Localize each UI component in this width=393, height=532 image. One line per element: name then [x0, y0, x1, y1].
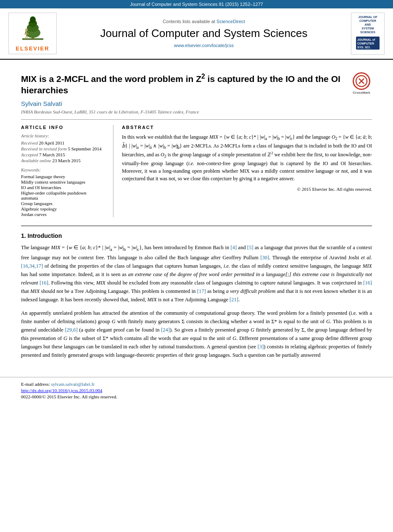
keyword-3: IO and OI hierarchies	[21, 185, 107, 190]
history-label: Article history:	[21, 133, 107, 138]
intro-paragraph-2: An apparently unrelated problem has attr…	[21, 309, 372, 359]
title-z2: Z2	[196, 74, 205, 84]
journal-main-title: Journal of Computer and System Sciences	[63, 27, 345, 40]
article-info: ARTICLE INFO Article history: Received 2…	[21, 125, 113, 217]
abstract-paragraph: In this work we establish that the langu…	[122, 133, 372, 182]
abstract: ABSTRACT In this work we establish that …	[122, 125, 372, 217]
elsevier-tree-icon	[14, 15, 52, 42]
keywords-label: Keywords:	[21, 167, 107, 172]
crossmark: CrossMark	[351, 72, 372, 95]
footer-copyright: 0022-0000/© 2015 Elsevier Inc. All right…	[21, 394, 372, 399]
email-link[interactable]: sylvain.salvati@labri.fr	[51, 382, 95, 387]
svg-text:JOURNAL of: JOURNAL of	[357, 38, 375, 41]
ref-16c[interactable]: [16]	[363, 280, 372, 286]
intro-paragraph-1: The language MIX = {w ∈ {a; b; c}* | |w|…	[21, 243, 372, 303]
intro-heading: 1. Introduction	[21, 232, 372, 239]
journal-title-block: Contents lists available at ScienceDirec…	[57, 18, 351, 49]
keyword-2: Mildly context sensitive languages	[21, 179, 107, 184]
crossmark-label: CrossMark	[351, 91, 372, 95]
history-received: Received 20 April 2011	[21, 140, 107, 145]
contents-line: Contents lists available at ScienceDirec…	[63, 18, 345, 25]
footer-email: E-mail address: sylvain.salvati@labri.fr	[21, 382, 372, 387]
ref-21[interactable]: [21]	[229, 297, 238, 303]
history-online: Available online 23 March 2015	[21, 158, 107, 163]
ref-16-34-17[interactable]: [16,34,17]	[21, 263, 43, 269]
elsevier-name: ELSEVIER	[11, 45, 54, 52]
abstract-heading: ABSTRACT	[122, 125, 372, 130]
copyright-line: © 2015 Elsevier Inc. All rights reserved…	[122, 186, 372, 193]
top-banner: Journal of Computer and System Sciences …	[0, 0, 393, 8]
journal-header: ELSEVIER Contents lists available at Sci…	[0, 8, 393, 60]
keyword-5: Group languages	[21, 201, 107, 206]
elsevier-logo: ELSEVIER	[8, 13, 57, 54]
svg-text:SYS. SCI.: SYS. SCI.	[357, 46, 371, 49]
article-title: MIX is a 2-MCFL and the word problem in …	[21, 72, 372, 96]
author-name: Sylvain Salvati	[21, 100, 372, 107]
history-accepted: Accepted 7 March 2015	[21, 152, 107, 157]
banner-text: Journal of Computer and System Sciences …	[130, 2, 263, 7]
paper-content: MIX is a 2-MCFL and the word problem in …	[0, 60, 393, 373]
ref-29-6[interactable]: [29,6]	[65, 327, 77, 333]
ref-17b[interactable]: [17]	[197, 288, 206, 294]
ref-30[interactable]: [30]	[260, 255, 269, 261]
doi-link[interactable]: http://dx.doi.org/10.1016/j.jcss.2015.03…	[21, 388, 102, 393]
ref-5[interactable]: [5]	[247, 245, 253, 250]
keyword-6: Algebraic topology	[21, 206, 107, 211]
footer: E-mail address: sylvain.salvati@labri.fr…	[0, 377, 393, 403]
ref-24[interactable]: [24]	[161, 327, 170, 333]
email-label: E-mail address:	[21, 382, 50, 387]
keyword-4: Higher-order collapsible pushdownautomat…	[21, 190, 107, 200]
keyword-7: Jordan curves	[21, 212, 107, 217]
title-part1: MIX is a 2-MCFL and the word problem in	[21, 74, 196, 84]
sciencedirect-link[interactable]: ScienceDirect	[216, 19, 245, 24]
body-text: The language MIX = {w ∈ {a; b; c}* | |w|…	[21, 243, 372, 359]
journal-logo-box: JOURNAL OF COMPUTER AND SYSTEM SCIENCES …	[351, 13, 385, 55]
svg-point-6	[25, 29, 28, 31]
history-revised: Received in revised form 5 September 201…	[21, 146, 107, 151]
section-divider	[21, 226, 372, 226]
ref-4[interactable]: [4]	[231, 245, 237, 250]
journal-logo-right: JOURNAL OF COMPUTER AND SYSTEM SCIENCES …	[351, 13, 385, 55]
article-info-abstract: ARTICLE INFO Article history: Received 2…	[21, 119, 372, 217]
ref-16b[interactable]: [16]	[40, 280, 48, 286]
journal-url-link[interactable]: www.elsevier.com/locate/jcss	[174, 43, 234, 48]
abstract-text: In this work we establish that the langu…	[122, 133, 372, 192]
introduction-section: 1. Introduction The language MIX = {w ∈ …	[21, 232, 372, 359]
author-affiliation: INRIA Bordeaux Sud-Ouest, LaBRI, 351 cou…	[21, 109, 372, 114]
contents-label: Contents lists available at	[163, 19, 215, 24]
svg-point-5	[30, 16, 36, 23]
ref-3[interactable]: [3]	[258, 344, 264, 350]
crossmark-icon	[353, 72, 370, 90]
article-info-heading: ARTICLE INFO	[21, 125, 107, 130]
jcss-logo-icon: JOURNAL of COMPUTER SYS. SCI.	[355, 36, 380, 50]
svg-text:COMPUTER: COMPUTER	[357, 42, 374, 45]
article-title-text: MIX is a 2-MCFL and the word problem in …	[21, 72, 351, 96]
keyword-1: Formal language theory	[21, 174, 107, 179]
